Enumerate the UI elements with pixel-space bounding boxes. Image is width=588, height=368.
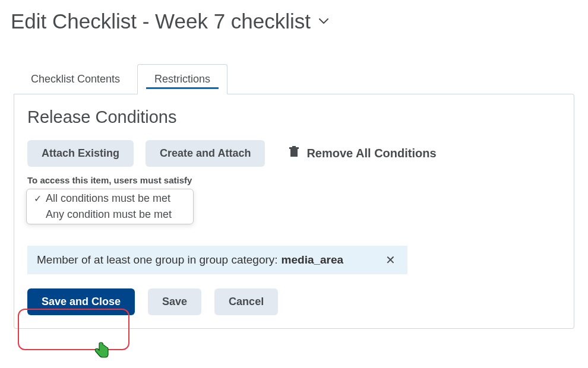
- remove-condition-icon[interactable]: ✕: [383, 253, 398, 267]
- restrictions-panel: Release Conditions Attach Existing Creat…: [14, 94, 574, 329]
- svg-rect-0: [290, 149, 298, 157]
- trash-icon: [289, 146, 299, 161]
- satisfy-option-label: All conditions must be met: [46, 192, 170, 205]
- tab-restrictions[interactable]: Restrictions: [137, 64, 227, 94]
- remove-all-conditions-button[interactable]: Remove All Conditions: [289, 146, 436, 161]
- satisfy-option-label: Any condition must be met: [46, 208, 172, 221]
- tab-checklist-contents[interactable]: Checklist Contents: [14, 64, 137, 94]
- section-heading: Release Conditions: [27, 107, 561, 127]
- save-and-close-button[interactable]: Save and Close: [27, 288, 135, 315]
- attach-existing-button[interactable]: Attach Existing: [27, 140, 134, 167]
- cancel-button[interactable]: Cancel: [214, 288, 278, 315]
- svg-rect-1: [289, 147, 299, 149]
- satisfy-option-any[interactable]: Any condition must be met: [27, 207, 193, 223]
- tab-bar: Checklist Contents Restrictions: [14, 64, 577, 94]
- svg-rect-2: [292, 146, 296, 147]
- condition-name: media_area: [282, 253, 344, 267]
- create-and-attach-button[interactable]: Create and Attach: [146, 140, 265, 167]
- remove-all-label: Remove All Conditions: [306, 147, 436, 160]
- chevron-down-icon[interactable]: [319, 18, 328, 24]
- condition-chip: Member of at least one group in group ca…: [27, 246, 407, 274]
- save-button[interactable]: Save: [148, 288, 201, 315]
- satisfy-label: To access this item, users must satisfy: [27, 175, 561, 185]
- condition-prefix: Member of at least one group in group ca…: [37, 253, 278, 267]
- cursor-pointer-icon: [93, 342, 110, 361]
- page-title: Edit Checklist - Week 7 checklist: [11, 9, 311, 33]
- checkmark-icon: ✓: [33, 193, 42, 204]
- satisfy-option-all[interactable]: ✓ All conditions must be met: [27, 191, 193, 207]
- satisfy-dropdown: ✓ All conditions must be met Any conditi…: [26, 189, 194, 224]
